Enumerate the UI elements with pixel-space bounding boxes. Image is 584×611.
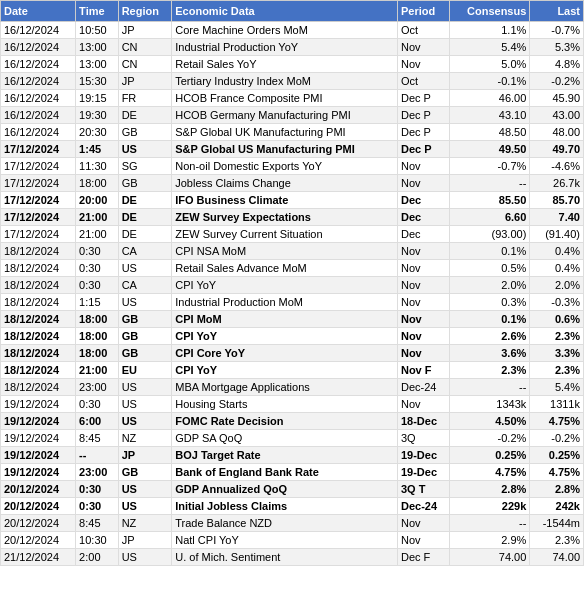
table-cell: 16/12/2024 [1,124,76,141]
table-cell: CN [118,56,172,73]
table-cell: 4.8% [530,56,584,73]
table-row: 18/12/202421:00EUCPI YoYNov F2.3%2.3% [1,362,584,379]
table-row: 17/12/202418:00GBJobless Claims ChangeNo… [1,175,584,192]
table-cell: Nov [397,277,449,294]
table-cell: Core Machine Orders MoM [172,22,398,39]
table-cell: 21/12/2024 [1,549,76,566]
table-cell: 3.6% [450,345,530,362]
table-cell: 16/12/2024 [1,39,76,56]
table-cell: 21:00 [76,362,119,379]
table-cell: 43.00 [530,107,584,124]
table-cell: 16/12/2024 [1,107,76,124]
table-cell: 10:50 [76,22,119,39]
table-cell: 43.10 [450,107,530,124]
table-cell: US [118,141,172,158]
table-row: 18/12/202418:00GBCPI MoMNov0.1%0.6% [1,311,584,328]
table-cell: 5.0% [450,56,530,73]
table-row: 20/12/20240:30USGDP Annualized QoQ3Q T2.… [1,481,584,498]
table-cell: Dec [397,209,449,226]
table-cell: Oct [397,22,449,39]
table-cell: Nov [397,39,449,56]
table-row: 18/12/20240:30USRetail Sales Advance MoM… [1,260,584,277]
table-cell: 2:00 [76,549,119,566]
table-row: 18/12/202423:00USMBA Mortgage Applicatio… [1,379,584,396]
table-cell: 26.7k [530,175,584,192]
table-cell: Dec P [397,90,449,107]
table-cell: 0.3% [450,294,530,311]
table-cell: 8:45 [76,515,119,532]
table-cell: US [118,413,172,430]
table-cell: Dec-24 [397,379,449,396]
table-cell: 49.70 [530,141,584,158]
table-cell: 17/12/2024 [1,192,76,209]
table-cell: Nov [397,158,449,175]
table-row: 20/12/20240:30USInitial Jobless ClaimsDe… [1,498,584,515]
table-cell: 0.25% [530,447,584,464]
table-cell: 2.0% [530,277,584,294]
table-row: 16/12/202415:30JPTertiary Industry Index… [1,73,584,90]
table-cell: -- [450,175,530,192]
table-cell: 0.25% [450,447,530,464]
table-cell: 2.3% [530,362,584,379]
table-cell: -0.7% [450,158,530,175]
table-cell: -0.2% [530,430,584,447]
table-cell: Dec [397,226,449,243]
table-cell: 16/12/2024 [1,56,76,73]
table-cell: 19/12/2024 [1,396,76,413]
table-cell: DE [118,209,172,226]
table-cell: 3.3% [530,345,584,362]
table-cell: -0.2% [530,73,584,90]
table-cell: Nov [397,56,449,73]
table-cell: GB [118,175,172,192]
table-cell: -0.1% [450,73,530,90]
table-cell: BOJ Target Rate [172,447,398,464]
table-cell: 19/12/2024 [1,447,76,464]
header-last: Last [530,1,584,22]
table-cell: HCOB Germany Manufacturing PMI [172,107,398,124]
table-cell: S&P Global US Manufacturing PMI [172,141,398,158]
table-row: 18/12/20241:15USIndustrial Production Mo… [1,294,584,311]
table-cell: US [118,481,172,498]
table-cell: Nov [397,260,449,277]
table-cell: 17/12/2024 [1,226,76,243]
table-cell: NZ [118,430,172,447]
table-cell: ZEW Survey Current Situation [172,226,398,243]
table-cell: Nov [397,515,449,532]
table-cell: 19/12/2024 [1,413,76,430]
table-cell: 19/12/2024 [1,464,76,481]
table-cell: 85.70 [530,192,584,209]
table-cell: 17/12/2024 [1,175,76,192]
table-row: 16/12/202413:00CNRetail Sales YoYNov5.0%… [1,56,584,73]
table-cell: CA [118,277,172,294]
table-cell: CPI Core YoY [172,345,398,362]
table-row: 19/12/20248:45NZGDP SA QoQ3Q-0.2%-0.2% [1,430,584,447]
table-cell: 17/12/2024 [1,209,76,226]
table-cell: JP [118,532,172,549]
table-cell: 18:00 [76,345,119,362]
table-cell: 20/12/2024 [1,498,76,515]
table-cell: -0.2% [450,430,530,447]
table-cell: 1343k [450,396,530,413]
table-cell: 3Q [397,430,449,447]
header-region: Region [118,1,172,22]
table-cell: 2.3% [530,532,584,549]
table-cell: Dec [397,192,449,209]
table-cell: Nov [397,328,449,345]
table-cell: 19-Dec [397,464,449,481]
table-cell: 21:00 [76,209,119,226]
table-cell: 1.1% [450,22,530,39]
table-cell: 1311k [530,396,584,413]
table-cell: 46.00 [450,90,530,107]
table-cell: 4.75% [530,413,584,430]
table-cell: 0.6% [530,311,584,328]
table-cell: 6.60 [450,209,530,226]
table-cell: FOMC Rate Decision [172,413,398,430]
table-cell: SG [118,158,172,175]
table-cell: FR [118,90,172,107]
table-cell: 2.9% [450,532,530,549]
table-cell: 18/12/2024 [1,328,76,345]
table-cell: 10:30 [76,532,119,549]
table-cell: Dec P [397,107,449,124]
table-cell: Nov [397,311,449,328]
table-cell: 45.90 [530,90,584,107]
